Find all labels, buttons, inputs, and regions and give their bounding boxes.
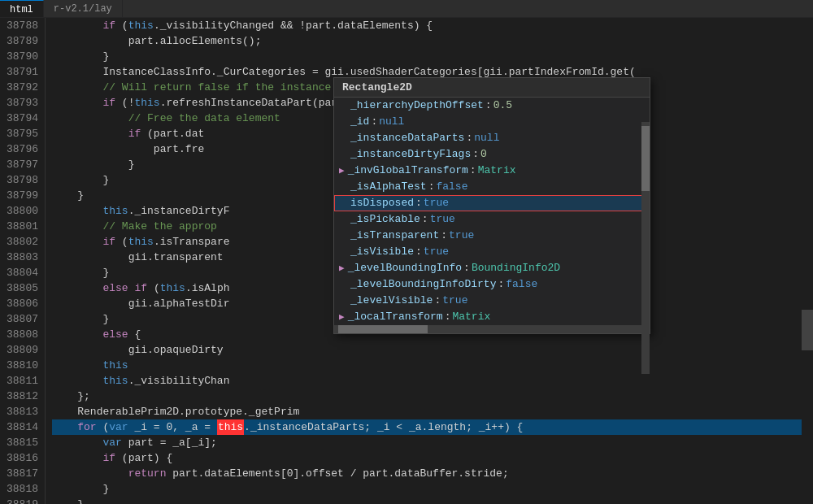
- table-row[interactable]: this._visibilityChan: [52, 373, 813, 389]
- code-token: this: [128, 234, 154, 250]
- list-item[interactable]: _isTransparent: true: [334, 228, 650, 244]
- property-key: _hierarchyDepthOffset: [350, 98, 484, 114]
- table-row[interactable]: part.allocElements();: [52, 33, 813, 49]
- property-key: _id: [350, 114, 369, 130]
- colon-separator: :: [434, 293, 441, 309]
- table-row[interactable]: var part = _a[_i];: [52, 435, 813, 450]
- tooltip-scrollbar-h-thumb[interactable]: [338, 325, 428, 333]
- list-item[interactable]: ▶ _invGlobalTransform: Matrix: [334, 163, 650, 179]
- code-token: [128, 280, 135, 296]
- property-key: _isTransparent: [350, 228, 439, 244]
- line-number: 38798: [7, 172, 38, 188]
- line-number: 38790: [7, 49, 38, 64]
- list-item[interactable]: ▶ _localTransform: Matrix: [334, 309, 650, 325]
- line-number: 38813: [7, 404, 38, 419]
- tab-rlay-label: r-v2.1/lay: [54, 3, 112, 15]
- table-row[interactable]: if (part) {: [52, 450, 813, 466]
- list-item[interactable]: _instanceDirtyFlags: 0: [334, 146, 650, 163]
- table-row[interactable]: RenderablePrim2D.prototype._getPrim: [52, 404, 813, 419]
- code-token: this: [134, 95, 159, 111]
- indent-whitespace: [52, 126, 128, 141]
- indent-whitespace: [52, 327, 102, 342]
- list-item[interactable]: _instanceDataParts: null: [334, 130, 650, 146]
- indent-whitespace: [52, 481, 102, 497]
- line-number: 38791: [7, 64, 38, 80]
- code-token: (: [115, 234, 128, 250]
- tooltip-scrollbar-h[interactable]: [334, 325, 650, 333]
- code-token: (: [97, 419, 110, 435]
- list-item[interactable]: _id: null: [334, 114, 650, 130]
- code-token: part = _a[_i];: [122, 435, 217, 450]
- code-token: var: [102, 435, 121, 450]
- list-item[interactable]: _levelBoundingInfoDirty: false: [334, 276, 650, 293]
- expand-arrow-icon: ▶: [339, 163, 345, 179]
- colon-separator: :: [415, 244, 422, 260]
- indent-whitespace: [52, 389, 77, 404]
- code-token: part.dataElements[0].offset / part.dataB…: [166, 466, 508, 481]
- colon-separator: :: [415, 195, 422, 211]
- code-token: this: [102, 373, 128, 389]
- code-token: }: [128, 157, 135, 172]
- code-token: }: [102, 172, 109, 188]
- indent-whitespace: [52, 358, 102, 373]
- scrollbar-vertical[interactable]: [802, 18, 813, 504]
- list-item[interactable]: _isAlphaTest: false: [334, 179, 650, 195]
- code-token: this: [102, 203, 128, 219]
- table-row[interactable]: };: [52, 389, 813, 404]
- tooltip-scrollbar-thumb[interactable]: [641, 126, 650, 191]
- expand-arrow-icon: ▶: [339, 260, 345, 276]
- tooltip-popup[interactable]: Rectangle2D _hierarchyDepthOffset: 0.5_i…: [333, 77, 650, 334]
- code-token: return: [128, 466, 167, 481]
- code-token: if: [102, 18, 115, 33]
- colon-separator: :: [485, 98, 492, 114]
- code-token: if: [102, 234, 115, 250]
- indent-whitespace: [52, 250, 128, 265]
- list-item[interactable]: _isPickable: true: [334, 211, 650, 228]
- property-value: BoundingInfo2D: [472, 260, 560, 276]
- scrollbar-thumb[interactable]: [802, 310, 813, 350]
- list-item[interactable]: _isVisible: true: [334, 244, 650, 260]
- code-token: .isTranspare: [154, 234, 230, 250]
- indent-whitespace: [52, 234, 102, 250]
- indent-whitespace: [52, 450, 102, 466]
- line-number: 38806: [7, 296, 38, 311]
- indent-whitespace: [52, 280, 102, 296]
- code-token: }: [77, 497, 84, 504]
- list-item[interactable]: isDisposed: true: [334, 195, 650, 211]
- colon-separator: :: [463, 260, 470, 276]
- table-row[interactable]: if (this._visibilityChanged && !part.dat…: [52, 18, 813, 33]
- indent-whitespace: [52, 466, 128, 481]
- code-token: var: [109, 419, 128, 435]
- colon-separator: :: [472, 146, 479, 163]
- tooltip-scrollbar-v[interactable]: [641, 122, 650, 374]
- table-row[interactable]: gii.opaqueDirty: [52, 342, 813, 358]
- list-item[interactable]: _hierarchyDepthOffset: 0.5: [334, 98, 650, 114]
- line-number: 38795: [7, 126, 38, 141]
- property-value: Matrix: [452, 309, 490, 325]
- indent-whitespace: [52, 497, 77, 504]
- property-key: _instanceDataParts: [350, 130, 464, 146]
- tab-html[interactable]: html: [0, 0, 44, 18]
- table-row[interactable]: return part.dataElements[0].offset / par…: [52, 466, 813, 481]
- property-key: _invGlobalTransform: [348, 163, 468, 179]
- table-row[interactable]: this: [52, 358, 813, 373]
- tooltip-list[interactable]: _hierarchyDepthOffset: 0.5_id: null_inst…: [334, 98, 650, 325]
- table-row[interactable]: for (var _i = 0, _a = this._instanceData…: [52, 419, 813, 435]
- tab-rlay[interactable]: r-v2.1/lay: [44, 0, 123, 18]
- list-item[interactable]: ▶ _levelBoundingInfo: BoundingInfo2D: [334, 260, 650, 276]
- line-number: 38809: [7, 342, 38, 358]
- line-number: 38819: [7, 497, 38, 504]
- colon-separator: :: [470, 163, 476, 179]
- list-item[interactable]: _levelVisible: true: [334, 293, 650, 309]
- table-row[interactable]: }: [52, 49, 813, 64]
- line-number: 38805: [7, 280, 38, 296]
- line-number: 38811: [7, 373, 38, 389]
- code-token: (!: [115, 95, 134, 111]
- indent-whitespace: [52, 80, 102, 95]
- code-token: _i = 0, _a =: [128, 419, 217, 435]
- line-number: 38807: [7, 311, 38, 327]
- table-row[interactable]: }: [52, 481, 813, 497]
- property-value: 0.5: [493, 98, 512, 114]
- table-row[interactable]: }: [52, 497, 813, 504]
- code-token: ._visibilityChan: [128, 373, 230, 389]
